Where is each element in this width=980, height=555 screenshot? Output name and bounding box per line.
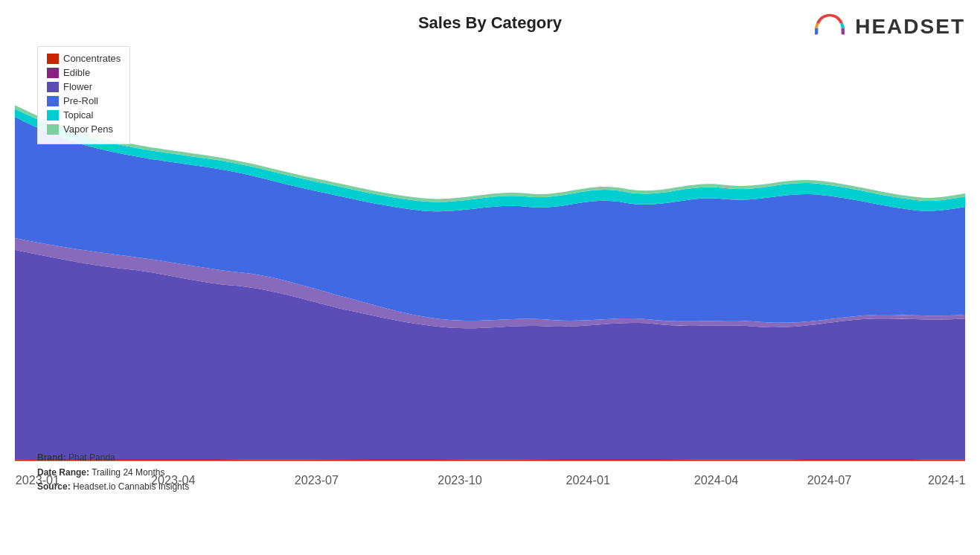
topical-label: Topical xyxy=(63,109,93,121)
date-range-value: Trailing 24 Months xyxy=(92,467,164,478)
concentrates-swatch xyxy=(47,54,59,64)
chart-wrapper: Concentrates Edible Flower Pre-Roll Topi… xyxy=(15,39,965,500)
source-value: Headset.io Cannabis Insights xyxy=(73,481,189,492)
brand-value: Phat Panda xyxy=(68,452,115,463)
flower-swatch xyxy=(47,82,59,92)
date-range-line: Date Range: Trailing 24 Months xyxy=(37,466,189,480)
edible-swatch xyxy=(47,68,59,78)
date-range-label: Date Range: xyxy=(37,467,89,478)
x-label-2024-04: 2024-04 xyxy=(694,473,738,487)
legend-item-vaporpens: Vapor Pens xyxy=(47,123,121,135)
brand-label: Brand: xyxy=(37,452,66,463)
x-label-2024-10: 2024-10 xyxy=(928,473,965,487)
chart-svg: 2023-01 2023-04 2023-07 2023-10 2024-01 … xyxy=(15,39,965,500)
vaporpens-label: Vapor Pens xyxy=(63,123,113,135)
flower-label: Flower xyxy=(63,81,92,92)
topical-swatch xyxy=(47,110,59,121)
concentrates-label: Concentrates xyxy=(63,53,121,64)
legend-item-flower: Flower xyxy=(47,81,121,92)
edible-label: Edible xyxy=(63,67,90,78)
x-label-2024-01: 2024-01 xyxy=(566,473,610,487)
preroll-swatch xyxy=(47,96,59,106)
legend-item-edible: Edible xyxy=(47,67,121,78)
legend-item-concentrates: Concentrates xyxy=(47,53,121,64)
page-container: Sales By Category HEADSET Concentrates xyxy=(0,0,980,555)
x-label-2024-07: 2024-07 xyxy=(807,473,851,487)
x-label-2023-07: 2023-07 xyxy=(295,473,339,487)
legend-item-preroll: Pre-Roll xyxy=(47,95,121,106)
chart-legend: Concentrates Edible Flower Pre-Roll Topi… xyxy=(37,46,130,144)
preroll-label: Pre-Roll xyxy=(63,95,98,106)
vaporpens-swatch xyxy=(47,124,59,135)
x-label-2023-10: 2023-10 xyxy=(438,473,481,487)
source-label: Source: xyxy=(37,481,71,492)
chart-title: Sales By Category xyxy=(418,13,562,33)
chart-header: Sales By Category HEADSET xyxy=(0,0,980,39)
logo-text: HEADSET xyxy=(855,15,965,39)
legend-item-topical: Topical xyxy=(47,109,121,121)
brand-line: Brand: Phat Panda xyxy=(37,451,189,465)
source-line: Source: Headset.io Cannabis Insights xyxy=(37,480,189,494)
footer-info: Brand: Phat Panda Date Range: Trailing 2… xyxy=(37,451,189,494)
